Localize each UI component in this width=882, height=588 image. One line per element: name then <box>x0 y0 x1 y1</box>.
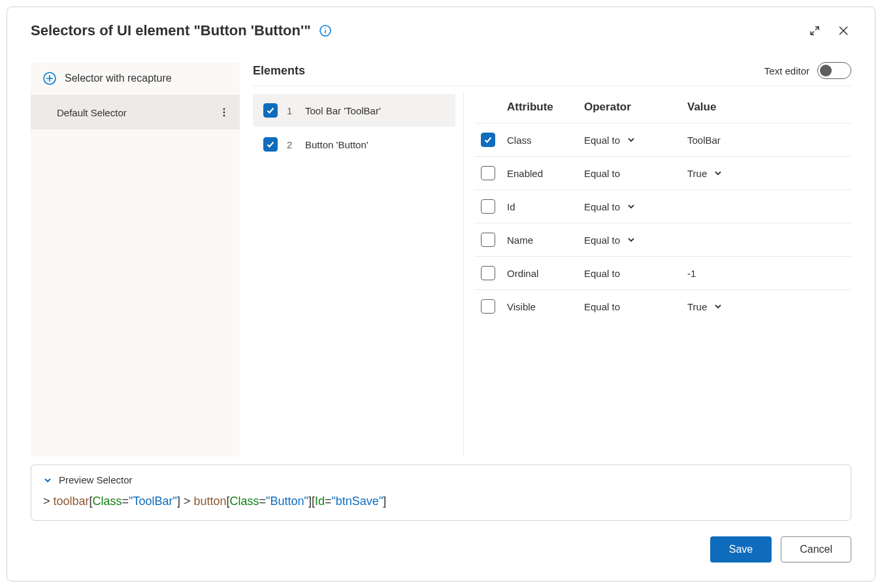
attribute-name: Id <box>507 201 579 212</box>
operator-dropdown[interactable]: Equal to <box>584 301 682 312</box>
selector-token-val: "ToolBar" <box>129 495 177 508</box>
value-field[interactable]: -1 <box>687 268 845 279</box>
svg-point-8 <box>223 115 225 117</box>
operator-dropdown[interactable]: Equal to <box>584 268 682 279</box>
selector-token-attr: Id <box>315 495 325 508</box>
content-column: Elements Text editor 1Tool Bar 'ToolBar'… <box>240 46 875 457</box>
selector-token-eq: = <box>325 495 332 508</box>
chevron-down-icon <box>627 135 636 144</box>
attribute-name: Enabled <box>507 168 579 179</box>
value-field[interactable]: True <box>687 301 845 312</box>
col-value: Value <box>687 101 845 114</box>
operator-value: Equal to <box>584 168 620 179</box>
titlebar: Selectors of UI element "Button 'Button'… <box>7 7 875 46</box>
element-label: Tool Bar 'ToolBar' <box>305 105 381 116</box>
dialog-footer: Save Cancel <box>7 521 875 581</box>
chevron-down-icon <box>627 235 636 244</box>
operator-value: Equal to <box>584 268 620 279</box>
attribute-row: OrdinalEqual to-1 <box>474 256 851 289</box>
recapture-label: Selector with recapture <box>65 73 172 84</box>
expand-button[interactable] <box>804 20 825 41</box>
element-checkbox[interactable] <box>263 103 278 118</box>
operator-dropdown[interactable]: Equal to <box>584 135 682 146</box>
chevron-down-icon <box>43 476 52 485</box>
preview-toggle[interactable]: Preview Selector <box>43 474 839 485</box>
operator-dropdown[interactable]: Equal to <box>584 168 682 179</box>
selector-with-recapture[interactable]: Selector with recapture <box>31 62 240 95</box>
attribute-row: EnabledEqual toTrue <box>474 156 851 189</box>
operator-value: Equal to <box>584 201 620 212</box>
element-row[interactable]: 2Button 'Button' <box>253 128 455 161</box>
attribute-checkbox[interactable] <box>481 199 495 214</box>
selector-token-gt: > <box>180 495 194 508</box>
value-field[interactable]: ToolBar <box>687 135 845 146</box>
close-button[interactable] <box>833 20 854 41</box>
attribute-value: -1 <box>687 268 696 279</box>
operator-dropdown[interactable]: Equal to <box>584 235 682 246</box>
element-checkbox[interactable] <box>263 137 278 152</box>
attribute-checkbox[interactable] <box>481 133 495 147</box>
element-label: Button 'Button' <box>305 139 368 150</box>
attribute-name: Class <box>507 135 579 146</box>
selector-token-attr: Class <box>93 495 122 508</box>
save-button[interactable]: Save <box>710 536 772 563</box>
operator-value: Equal to <box>584 135 620 146</box>
selector-item[interactable]: Default Selector <box>31 95 240 129</box>
operator-value: Equal to <box>584 301 620 312</box>
text-editor-label: Text editor <box>764 65 809 76</box>
element-row[interactable]: 1Tool Bar 'ToolBar' <box>253 94 455 127</box>
selector-token-el: toolbar <box>54 495 90 508</box>
attribute-checkbox[interactable] <box>481 233 495 247</box>
value-field[interactable]: True <box>687 168 845 179</box>
selector-item-label: Default Selector <box>57 107 127 118</box>
preview-selector-text: > toolbar[Class="ToolBar"] > button[Clas… <box>43 495 839 508</box>
selector-token-gt: > <box>43 495 54 508</box>
attribute-checkbox[interactable] <box>481 166 495 180</box>
selector-token-eq: = <box>259 495 267 508</box>
element-index: 2 <box>287 139 296 150</box>
selector-token-attr: Class <box>230 495 259 508</box>
attribute-row: ClassEqual toToolBar <box>474 123 851 156</box>
attribute-name: Visible <box>507 301 579 312</box>
middle-row: 1Tool Bar 'ToolBar'2Button 'Button' Attr… <box>253 91 851 457</box>
cancel-button[interactable]: Cancel <box>781 536 851 563</box>
col-operator: Operator <box>584 101 682 114</box>
attribute-row: NameEqual to <box>474 223 851 256</box>
more-icon[interactable] <box>216 105 232 120</box>
main-row: Selector with recapture Default Selector… <box>7 46 875 457</box>
text-editor-toggle[interactable] <box>817 62 851 79</box>
attribute-value: ToolBar <box>687 135 721 146</box>
operator-dropdown[interactable]: Equal to <box>584 201 682 212</box>
selector-token-val: "btnSave" <box>331 495 383 508</box>
selector-token-br: ] <box>383 495 386 508</box>
svg-point-7 <box>223 112 225 114</box>
chevron-down-icon <box>713 169 723 178</box>
svg-point-6 <box>223 108 225 110</box>
selector-token-el: button <box>193 495 226 508</box>
svg-point-2 <box>325 27 326 29</box>
sidebar: Selector with recapture Default Selector <box>31 62 240 457</box>
elements-heading: Elements <box>253 64 305 78</box>
chevron-down-icon <box>713 302 723 311</box>
attribute-checkbox[interactable] <box>481 299 495 314</box>
content-header: Elements Text editor <box>253 62 851 86</box>
attribute-panel: Attribute Operator Value ClassEqual toTo… <box>463 91 851 457</box>
selector-dialog: Selectors of UI element "Button 'Button'… <box>7 7 875 581</box>
elements-list: 1Tool Bar 'ToolBar'2Button 'Button' <box>253 91 455 457</box>
selector-token-val: "Button" <box>266 495 308 508</box>
attribute-row: IdEqual to <box>474 189 851 223</box>
attribute-checkbox[interactable] <box>481 266 495 280</box>
attribute-value: True <box>687 301 707 312</box>
attribute-value: True <box>687 168 707 179</box>
preview-label: Preview Selector <box>59 474 133 485</box>
attribute-name: Ordinal <box>507 268 579 279</box>
col-attribute: Attribute <box>507 101 579 114</box>
text-editor-toggle-group: Text editor <box>764 62 851 79</box>
attribute-row: VisibleEqual toTrue <box>474 289 851 323</box>
info-icon[interactable] <box>319 24 332 37</box>
selector-token-eq: = <box>122 495 129 508</box>
dialog-title: Selectors of UI element "Button 'Button'… <box>31 22 311 39</box>
element-index: 1 <box>287 105 296 116</box>
plus-circle-icon <box>42 71 57 86</box>
preview-selector-panel: Preview Selector > toolbar[Class="ToolBa… <box>31 465 851 521</box>
